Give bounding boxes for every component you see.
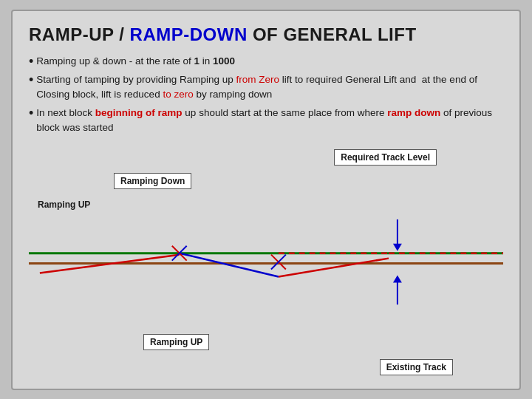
bullet-2-red: from Zero [236,74,279,85]
bullet-2: • Starting of tamping by providing Rampi… [29,72,503,101]
bullet-3-red1: beginning of ramp [95,107,183,118]
bullet-2-red2: to zero [163,89,193,100]
svg-line-3 [180,253,279,277]
diagram-area: Required Track Level Existing Track Ramp… [29,146,503,378]
ramping-up-left-label: Ramping UP [38,200,90,210]
ramping-up-bottom-label: Ramping UP [143,334,209,350]
bullet-dot-1: • [29,55,33,68]
bullet-1-text: Ramping up & down - at the rate of 1 in … [36,54,235,69]
bullet-dot-2: • [29,73,33,86]
required-track-label: Required Track Level [334,149,437,166]
bullet-3-text: In next block beginning of ramp up shoul… [36,106,503,134]
bullet-list: • Ramping up & down - at the rate of 1 i… [29,54,503,135]
diagram-svg [29,146,503,378]
svg-marker-12 [393,244,402,251]
svg-marker-14 [393,276,402,283]
title-part3: OF GENERAL LIFT [248,24,417,44]
slide: RAMP-UP / RAMP-DOWN OF GENERAL LIFT • Ra… [11,10,521,390]
ramping-down-label: Ramping Down [114,173,191,189]
title-ramp-down: RAMP-DOWN [130,24,248,44]
bullet-3-red2: ramp down [387,107,440,118]
title-part1: RAMP-UP / [29,24,130,44]
slide-title: RAMP-UP / RAMP-DOWN OF GENERAL LIFT [29,24,503,45]
bullet-1: • Ramping up & down - at the rate of 1 i… [29,54,503,69]
bullet-dot-3: • [29,106,33,120]
bullet-2-text: Starting of tamping by providing Ramping… [36,72,503,101]
svg-line-5 [279,259,389,277]
existing-track-label: Existing Track [380,359,453,375]
bullet-3: • In next block beginning of ramp up sho… [29,106,503,134]
